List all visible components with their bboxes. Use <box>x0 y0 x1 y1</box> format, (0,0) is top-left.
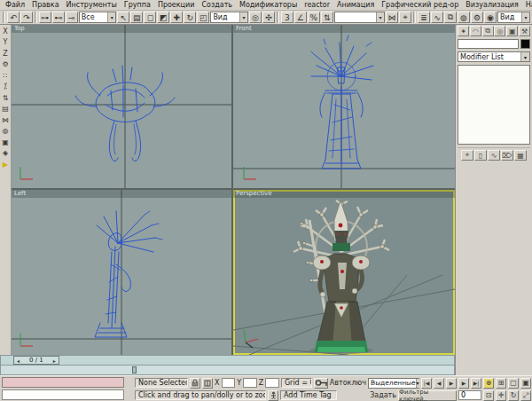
material-icon[interactable]: ◍ <box>0 126 11 138</box>
current-frame-field[interactable] <box>458 390 481 400</box>
spinner-snap-icon[interactable]: ⇅ <box>321 12 333 23</box>
curve-editor-icon[interactable]: ∿ <box>431 12 443 23</box>
set-keys-key-icon[interactable] <box>314 378 328 389</box>
remove-modifier-icon[interactable]: ⌦ <box>501 150 513 161</box>
menu-group[interactable]: Группа <box>121 1 154 9</box>
next-frame-arrow-icon[interactable]: ▸ <box>51 358 59 364</box>
x-axis-constraint-button[interactable]: X <box>0 26 11 37</box>
schematic-view-icon[interactable]: ⧉ <box>444 12 457 23</box>
menu-file[interactable]: Файл <box>2 1 28 9</box>
viewport-top[interactable]: Top <box>12 25 232 189</box>
tab-motion-icon[interactable]: ◎ <box>494 26 505 36</box>
viewport-perspective[interactable]: Perspective <box>233 190 455 355</box>
percent-snap-icon[interactable]: % <box>308 12 320 23</box>
render-icon[interactable]: ◈ <box>0 148 11 160</box>
absolute-offset-mode-icon[interactable] <box>202 378 213 389</box>
z-coordinate-field[interactable] <box>265 378 279 388</box>
zoom-tool-icon[interactable]: ⊕ <box>483 378 494 389</box>
select-and-move-icon[interactable]: ✚ <box>170 12 183 23</box>
spinner-snap-icon[interactable]: ⇅ <box>0 92 11 104</box>
next-frame-button[interactable]: ▶ <box>458 378 469 389</box>
y-axis-constraint-button[interactable]: Y <box>0 37 11 49</box>
render-setup-icon[interactable]: ⚙ <box>471 12 483 23</box>
z-axis-constraint-button[interactable]: Z <box>0 48 11 59</box>
select-by-name-icon[interactable]: ▤ <box>130 12 143 23</box>
chevron-down-icon[interactable]: ▾ <box>416 379 419 388</box>
select-and-rotate-icon[interactable]: ↻ <box>184 12 196 23</box>
chevron-down-icon[interactable]: ▾ <box>520 52 529 61</box>
select-and-manipulate-icon[interactable]: ✣ <box>262 12 275 23</box>
set-key-button[interactable]: Задать <box>370 391 396 399</box>
snap-dots-icon[interactable]: ∷ <box>0 70 11 82</box>
selected-keys-dropdown[interactable]: Выделенные▾ <box>368 378 419 389</box>
configure-modifier-sets-icon[interactable]: ▦ <box>514 150 527 161</box>
object-color-swatch[interactable] <box>520 39 530 49</box>
layer-manager-icon[interactable]: ≣ <box>418 12 430 23</box>
chevron-down-icon[interactable]: ▾ <box>521 12 529 22</box>
zoom-extents-all-icon[interactable]: ▣ <box>520 378 531 389</box>
menu-create[interactable]: Создать <box>198 1 236 9</box>
viewport-front-label[interactable]: Front <box>233 25 455 33</box>
maximize-viewport-toggle-icon[interactable]: ⤢ <box>520 390 531 401</box>
viewport-left-canvas[interactable] <box>12 190 232 355</box>
menu-modifiers[interactable]: Модификаторы <box>236 1 301 9</box>
auto-key-button[interactable]: Автоключ <box>330 379 366 387</box>
select-object-icon[interactable]: ↖ <box>117 12 129 23</box>
viewport-left[interactable]: Left <box>12 190 232 355</box>
viewport-perspective-canvas[interactable] <box>233 190 455 355</box>
use-pivot-center-icon[interactable]: ◎ <box>249 12 262 23</box>
chevron-down-icon[interactable]: ▾ <box>107 12 115 22</box>
key-filters-button[interactable]: Фильтры ключей.. <box>398 390 457 401</box>
menu-edit[interactable]: Правка <box>28 1 62 9</box>
pin-stack-icon[interactable]: ⌖ <box>461 150 473 161</box>
named-sets-icon[interactable]: ▤ <box>0 104 11 115</box>
menu-tools[interactable]: Инструменты <box>63 1 121 9</box>
y-coordinate-field[interactable] <box>243 378 257 388</box>
maxscript-macro-recorder[interactable] <box>2 377 124 388</box>
chevron-down-icon[interactable]: ▾ <box>376 12 384 22</box>
window-crossing-icon[interactable]: ◩ <box>157 12 169 23</box>
modifier-stack-list[interactable] <box>458 65 530 145</box>
viewport-top-label[interactable]: Top <box>12 25 231 33</box>
quick-render-icon[interactable]: ◉ <box>484 12 497 23</box>
arc-rotate-icon[interactable]: ↻ <box>508 390 519 401</box>
pan-hand-icon[interactable]: ✛ <box>496 390 506 401</box>
menu-animation[interactable]: Анимация <box>333 1 378 9</box>
redo-icon[interactable]: ↷ <box>20 12 33 23</box>
play-arrow-icon[interactable]: ▶ <box>0 159 11 170</box>
object-name-field[interactable] <box>458 39 519 49</box>
plane-constraint-icon[interactable]: ⚙ <box>0 59 11 71</box>
display-icon[interactable]: ▣ <box>0 137 11 148</box>
x-coordinate-field[interactable] <box>222 378 236 388</box>
time-tag-icon[interactable] <box>268 390 278 401</box>
mirror-icon[interactable]: ⋈ <box>0 114 11 126</box>
undo-icon[interactable]: ↶ <box>7 12 20 23</box>
selection-filter-dropdown[interactable]: Все▾ <box>79 12 117 23</box>
make-unique-icon[interactable]: ∿ <box>488 150 500 161</box>
mirror-icon[interactable]: ⋈ <box>386 12 398 23</box>
selection-lock-icon[interactable] <box>190 378 200 389</box>
region-zoom-icon[interactable]: ⊡ <box>483 390 494 401</box>
zoom-all-icon[interactable]: ⊞ <box>496 378 506 389</box>
bind-to-spacewarp-icon[interactable]: ⊸ <box>66 12 78 23</box>
viewport-front[interactable]: Front <box>233 25 455 189</box>
tab-hierarchy-icon[interactable]: ⧉ <box>482 26 494 36</box>
previous-frame-arrow-icon[interactable]: ◂ <box>14 358 22 364</box>
tab-create-icon[interactable]: ✦ <box>458 26 469 36</box>
unlink-selection-icon[interactable]: ⊷ <box>52 12 65 23</box>
maxscript-mini-listener[interactable] <box>2 389 124 400</box>
viewport-front-canvas[interactable] <box>233 25 455 189</box>
menu-customize[interactable]: Настройки <box>522 1 532 9</box>
snap-toggle-icon[interactable]: 3 <box>281 12 293 23</box>
track-bar[interactable] <box>0 366 455 375</box>
tab-modify-icon[interactable]: ◠ <box>470 26 481 36</box>
viewport-top-canvas[interactable] <box>12 25 232 189</box>
material-editor-icon[interactable]: ◍ <box>458 12 470 23</box>
go-to-start-button[interactable]: |◀ <box>421 378 432 389</box>
go-to-end-button[interactable]: ▶| <box>471 378 481 389</box>
time-slider[interactable]: ◂ 0 / 1 ▸ <box>0 355 455 366</box>
angle-snap-icon[interactable]: ∠ <box>294 12 307 23</box>
named-selection-sets-dropdown[interactable]: ▾ <box>334 12 385 23</box>
play-button[interactable]: ▶ <box>446 378 457 389</box>
menu-graph-editors[interactable]: Графический ред-ор <box>378 1 462 9</box>
